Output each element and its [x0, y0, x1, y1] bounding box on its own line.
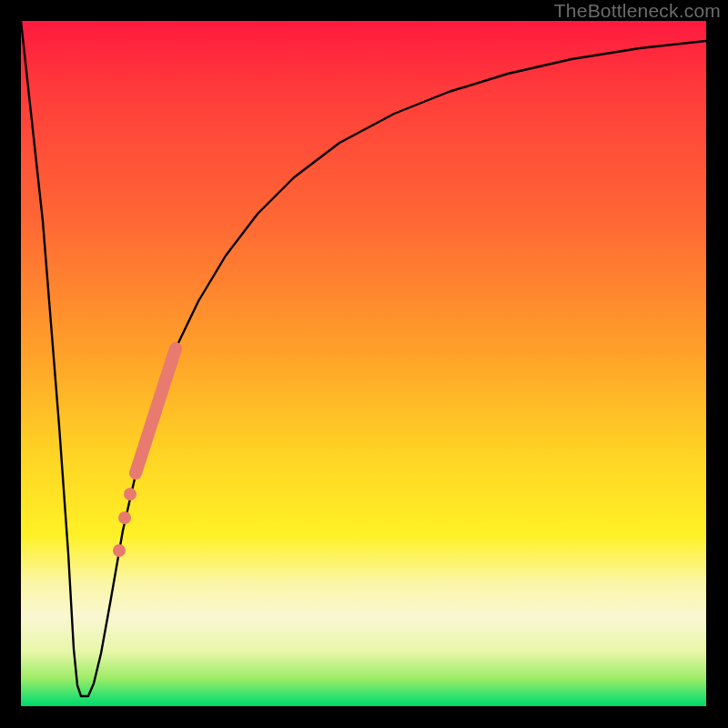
watermark-text: TheBottleneck.com [554, 0, 721, 22]
highlight-salmon-segment [136, 349, 176, 473]
bottleneck-curve [21, 21, 706, 696]
highlight-dot-2 [118, 511, 131, 524]
chart-frame: TheBottleneck.com [0, 0, 728, 728]
plot-area [21, 21, 706, 706]
highlight-dot-3 [113, 544, 126, 557]
highlight-dot-1 [124, 488, 136, 500]
curve-layer [21, 21, 706, 706]
